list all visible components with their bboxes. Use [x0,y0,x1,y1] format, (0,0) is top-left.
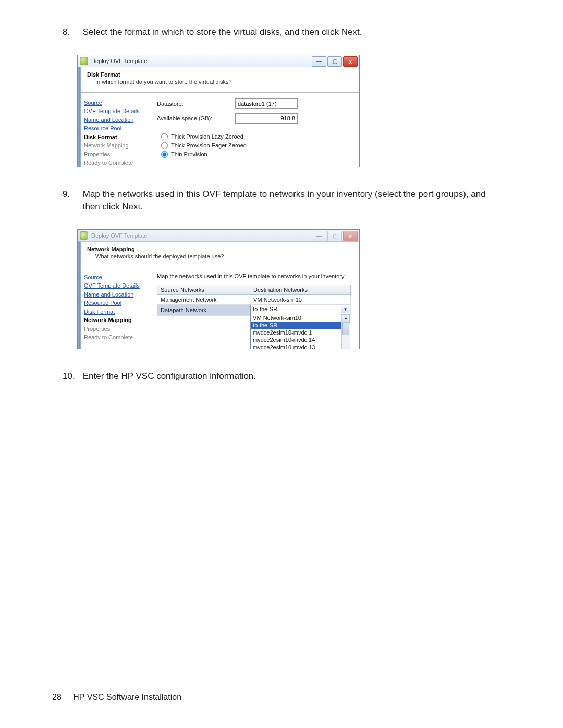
page-number: 28 [52,693,62,701]
window-titlebar[interactable]: Deploy OVF Template — ▢ x [78,230,359,242]
dropdown-selected-text: to-the-SR [253,306,277,312]
network-mapping-intro: Map the networks used in this OVF templa… [157,273,351,279]
header-title: Network Mapping [87,246,350,252]
window-left-edge [78,55,81,167]
dropdown-option[interactable]: to-the-SR [251,322,350,329]
sidebar-item-name-location[interactable]: Name and Location [84,116,145,125]
header-subtitle: In which format do you want to store the… [87,79,350,85]
wizard-header: Network Mapping What networks should the… [78,242,359,267]
step-text-10: Enter the HP VSC configuration informati… [83,370,505,383]
sidebar-item-source[interactable]: Source [84,98,145,107]
close-button[interactable]: x [343,231,358,241]
step-text-9: Map the networks used in this OVF templa… [83,188,505,214]
sidebar-item-properties: Properties [84,150,145,159]
wizard-sidebar: Source OVF Template Details Name and Loc… [78,93,149,172]
maximize-button[interactable]: ▢ [327,231,342,241]
src-net-management: Management Network [157,294,250,304]
header-title: Disk Format [87,71,350,78]
dropdown-option[interactable]: mvdce2esim10-mvdc 1 [251,329,350,336]
radio-label-thick-lazy: Thick Provision Lazy Zeroed [171,133,243,140]
maximize-button[interactable]: ▢ [327,56,342,67]
window-titlebar[interactable]: Deploy OVF Template — ▢ x [78,55,359,67]
sidebar-item-source[interactable]: Source [84,273,145,282]
radio-label-thin: Thin Provision [171,151,207,157]
table-row[interactable]: Datapath Network to-the-SR ▼ VM Network-… [157,304,351,315]
destination-network-dropdown[interactable]: to-the-SR ▼ VM Network-sim10 to-the-SR m… [250,305,350,315]
header-subtitle: What networks should the deployed templa… [87,253,350,260]
sidebar-item-properties: Properties [84,325,145,334]
step-10: 10. Enter the HP VSC configuration infor… [63,370,511,383]
radio-input-thick-lazy[interactable] [161,133,168,140]
available-space-label: Available space (GB): [157,115,235,121]
close-button[interactable]: x [343,56,358,67]
sidebar-item-ovf-details[interactable]: OVF Template Details [84,107,145,116]
dst-net-management: VM Network-sim10 [250,294,351,304]
dropdown-option[interactable]: mvdce2esim10-mvdc 14 [251,336,350,343]
scroll-thumb[interactable] [342,323,349,335]
step-text-8: Select the format in which to store the … [83,26,505,39]
src-net-datapath: Datapath Network [157,304,250,315]
step-num-8: 8. [63,26,80,39]
vsphere-icon [80,57,88,65]
separator [157,128,351,128]
scroll-up-icon[interactable]: ▲ [342,314,350,323]
radio-thin[interactable]: Thin Provision [161,151,351,158]
window-title: Deploy OVF Template [91,58,147,64]
sidebar-item-ready: Ready to Complete [84,158,145,167]
radio-input-thick-eager[interactable] [161,142,168,149]
vsphere-icon [80,231,88,240]
window-left-edge [78,230,81,349]
radio-input-thin[interactable] [161,151,168,158]
radio-thick-eager[interactable]: Thick Provision Eager Zeroed [161,142,351,149]
sidebar-item-ready: Ready to Complete [84,333,145,342]
wizard-main-pane: Map the networks used in this OVF templa… [149,268,359,347]
wizard-sidebar: Source OVF Template Details Name and Loc… [78,268,149,347]
window-title: Deploy OVF Template [91,232,147,239]
dropdown-scrollbar[interactable]: ▲ ▼ [341,314,350,349]
dropdown-option[interactable]: VM Network-sim10 [251,314,350,322]
sidebar-item-disk-format[interactable]: Disk Format [84,133,145,142]
sidebar-item-resource-pool[interactable]: Resource Pool [84,299,145,307]
radio-thick-lazy[interactable]: Thick Provision Lazy Zeroed [161,133,351,140]
minimize-button[interactable]: — [312,56,326,67]
sidebar-item-disk-format[interactable]: Disk Format [84,307,145,316]
datastore-field[interactable] [235,98,298,109]
deploy-ovf-window-networkmapping: Deploy OVF Template — ▢ x Network Mappin… [77,229,360,349]
table-row[interactable]: Management Network VM Network-sim10 [157,294,351,304]
sidebar-item-network-mapping: Network Mapping [84,141,145,150]
sidebar-item-name-location[interactable]: Name and Location [84,290,145,299]
sidebar-item-ovf-details[interactable]: OVF Template Details [84,281,145,290]
step-num-10: 10. [63,370,80,383]
wizard-main-pane: Datastore: Available space (GB): Thick P… [149,93,359,172]
network-mapping-table: Source Networks Destination Networks Man… [157,285,351,316]
sidebar-item-resource-pool[interactable]: Resource Pool [84,124,145,133]
wizard-header: Disk Format In which format do you want … [78,67,359,93]
deploy-ovf-window-diskformat: . . . . . . . . . . . . Deploy OVF Templ… [77,55,360,167]
footer-text: HP VSC Software Installation [73,693,181,701]
available-space-field[interactable] [235,113,298,124]
page-footer: 28 HP VSC Software Installation [52,693,181,702]
datastore-label: Datastore: [157,101,235,107]
chevron-down-icon[interactable]: ▼ [341,306,349,313]
radio-label-thick-eager: Thick Provision Eager Zeroed [171,142,247,149]
step-8: 8. Select the format in which to store t… [63,26,511,39]
minimize-button[interactable]: — [312,231,326,241]
step-num-9: 9. [63,188,80,201]
col-header-destination[interactable]: Destination Networks [250,285,351,294]
step-9: 9. Map the networks used in this OVF tem… [63,188,511,214]
dropdown-option[interactable]: mvdce2esim10-mvdc 13 [251,343,350,349]
col-header-source[interactable]: Source Networks [157,285,250,294]
dropdown-list[interactable]: VM Network-sim10 to-the-SR mvdce2esim10-… [250,314,350,349]
sidebar-item-network-mapping[interactable]: Network Mapping [84,316,145,325]
